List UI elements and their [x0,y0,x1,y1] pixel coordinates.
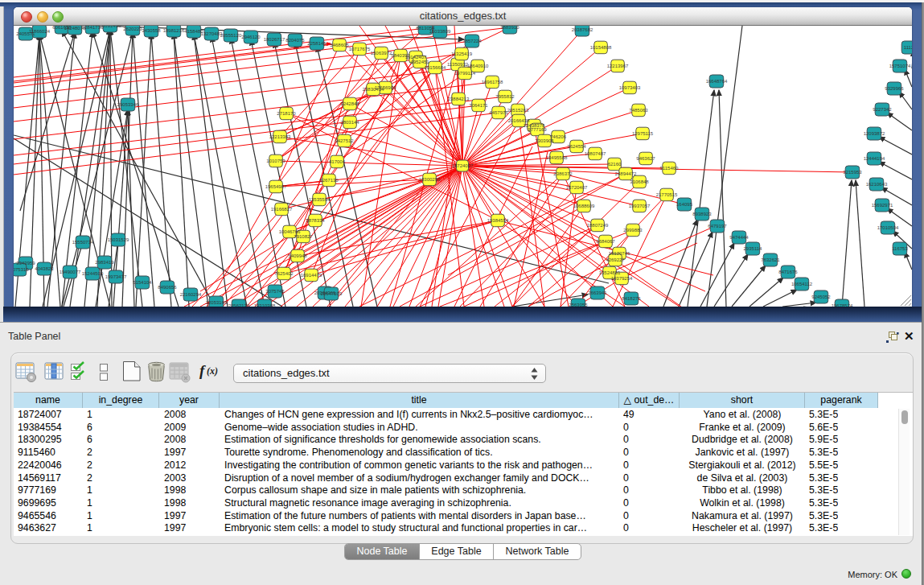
svg-text:9329966: 9329966 [885,86,904,91]
svg-text:8267130: 8267130 [319,178,339,183]
svg-text:10654112: 10654112 [791,282,813,286]
svg-text:8938923: 8938923 [692,212,712,216]
svg-text:10807487: 10807487 [585,151,606,156]
svg-text:3430558: 3430558 [142,28,161,33]
svg-text:19678574: 19678574 [832,303,853,307]
svg-text:7857224: 7857224 [462,39,482,43]
svg-text:6479197: 6479197 [708,224,727,229]
svg-text:19379254: 19379254 [611,276,633,281]
svg-text:18026717: 18026717 [264,37,285,42]
svg-text:22053165: 22053165 [206,300,228,305]
svg-text:19937057: 19937057 [629,204,651,208]
svg-text:7632621: 7632621 [761,257,780,262]
svg-text:2999883: 2999883 [623,228,643,233]
svg-text:5154104: 5154104 [133,280,152,285]
svg-text:2983419: 2983419 [95,260,114,265]
svg-text:12213383: 12213383 [269,134,291,139]
svg-text:15720407: 15720407 [566,185,588,190]
svg-text:19490077: 19490077 [60,270,81,274]
svg-text:12093872: 12093872 [864,131,885,136]
svg-text:7955812: 7955812 [495,94,515,99]
svg-text:18807249: 18807249 [587,223,609,228]
svg-text:15751074: 15751074 [889,64,911,68]
svg-text:8490656: 8490656 [158,285,177,290]
svg-text:18724007: 18724007 [452,163,474,168]
svg-text:9075310: 9075310 [14,267,29,272]
svg-text:19799114: 19799114 [454,71,476,76]
svg-text:13524851: 13524851 [599,270,621,275]
svg-text:7303905: 7303905 [535,138,554,143]
svg-text:22160294: 22160294 [180,292,202,297]
svg-text:3624554: 3624554 [567,144,586,149]
svg-text:1112: 1112 [904,45,912,50]
svg-text:12213967: 12213967 [607,64,629,68]
svg-text:7485063: 7485063 [629,108,648,113]
svg-text:f: f [199,362,206,379]
svg-text:11325419: 11325419 [451,51,473,56]
svg-text:9115460: 9115460 [660,166,680,171]
svg-text:23830434: 23830434 [363,87,384,92]
svg-text:15031529: 15031529 [108,237,129,242]
svg-text:19973477: 19973477 [105,274,127,279]
svg-text:9474444: 9474444 [729,235,749,240]
svg-text:21770515: 21770515 [656,192,678,197]
svg-text:10688609: 10688609 [573,204,595,208]
svg-text:9227342: 9227342 [873,107,892,112]
svg-text:16914479: 16914479 [301,273,322,278]
svg-text:2563055: 2563055 [569,303,588,307]
svg-text:20562129: 20562129 [228,303,250,307]
svg-text:4269227: 4269227 [606,257,625,262]
svg-text:2946120: 2946120 [241,35,261,39]
svg-text:13495588: 13495588 [546,155,568,160]
svg-text:116753: 116753 [892,246,908,251]
svg-text:18981216: 18981216 [163,28,185,33]
svg-text:16961758: 16961758 [482,80,503,84]
svg-text:3215953: 3215953 [843,170,862,175]
svg-text:13535594: 13535594 [309,197,331,202]
svg-text:16033809: 16033809 [429,29,451,34]
svg-text:20555120: 20555120 [220,33,242,38]
svg-text:3343959: 3343959 [16,261,35,266]
svg-text:19654987: 19654987 [265,184,287,189]
svg-text:10973403: 10973403 [619,85,641,90]
svg-text:7064171: 7064171 [469,103,488,108]
svg-text:16210643: 16210643 [866,182,888,187]
svg-text:17010504: 17010504 [877,225,899,230]
svg-text:14310388: 14310388 [254,303,276,307]
svg-text:8204075: 8204075 [285,38,305,43]
svg-text:7625402: 7625402 [274,271,294,276]
svg-text:5468605: 5468605 [330,43,349,47]
svg-text:15692971: 15692971 [872,203,893,208]
svg-text:12444194: 12444194 [864,156,885,161]
svg-text:18300295: 18300295 [419,177,441,182]
svg-text:62160: 62160 [608,162,622,167]
svg-text:20387682: 20387682 [572,27,593,32]
svg-text:3106848: 3106848 [630,179,649,184]
svg-text:2258145: 2258145 [307,41,326,46]
svg-text:9777169: 9777169 [528,127,547,132]
svg-text:19166827: 19166827 [271,207,293,212]
svg-text:18640910: 18640910 [467,64,489,68]
svg-text:11866024: 11866024 [29,29,51,34]
svg-text:5409948: 5409948 [288,253,307,258]
svg-text:3075745: 3075745 [265,289,285,294]
svg-text:12975115: 12975115 [632,131,654,136]
svg-text:20647509: 20647509 [321,291,343,296]
svg-text:19384554: 19384554 [487,218,509,223]
svg-text:417004: 417004 [329,159,346,164]
svg-text:8471676: 8471676 [778,270,798,274]
svg-text:4952451: 4952451 [410,60,429,64]
svg-text:9427512: 9427512 [335,138,354,143]
svg-text:5878334: 5878334 [306,218,325,223]
svg-text:10154808: 10154808 [590,45,612,50]
svg-text:11350932: 11350932 [447,62,469,67]
svg-text:20515263: 20515263 [507,108,529,113]
svg-text:16648764: 16648764 [706,79,728,84]
svg-text:7910827: 7910827 [294,234,313,239]
svg-text:164095: 164095 [676,202,693,207]
svg-text:9463627: 9463627 [636,156,655,161]
svg-text:2718170: 2718170 [277,111,296,116]
svg-text:23884213: 23884213 [448,97,470,101]
svg-text:9684067: 9684067 [596,239,615,244]
svg-text:9242848: 9242848 [340,101,359,106]
